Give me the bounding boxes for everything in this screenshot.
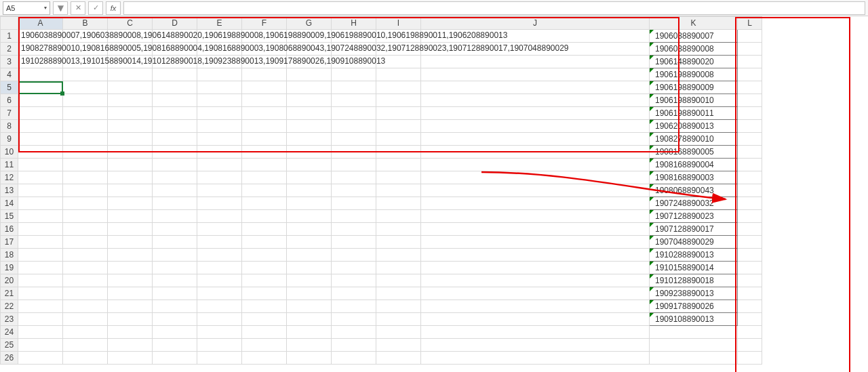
row-header-17[interactable]: 17	[1, 236, 18, 249]
cell-B11[interactable]	[63, 159, 108, 171]
cell-H7[interactable]	[332, 107, 376, 120]
cell-K11[interactable]: 1908168890004	[650, 159, 738, 171]
cell-H15[interactable]	[332, 210, 376, 223]
cell-A11[interactable]	[18, 159, 63, 171]
cell-K7[interactable]: 1906198890011	[650, 107, 738, 120]
cell-H8[interactable]	[332, 120, 376, 133]
row-header-21[interactable]: 21	[1, 287, 18, 300]
cell-A17[interactable]	[18, 236, 63, 249]
cell-I4[interactable]	[376, 68, 421, 81]
cell-J19[interactable]	[421, 262, 650, 274]
cell-C15[interactable]	[108, 210, 153, 223]
select-all-corner[interactable]	[1, 17, 18, 30]
cell-L26[interactable]	[738, 352, 762, 365]
cell-C14[interactable]	[108, 197, 153, 210]
cell-H26[interactable]	[332, 352, 376, 365]
cell-G24[interactable]	[287, 326, 332, 339]
row-header-16[interactable]: 16	[1, 223, 18, 236]
cell-E26[interactable]	[197, 352, 242, 365]
cell-J26[interactable]	[421, 352, 650, 365]
cell-G14[interactable]	[287, 197, 332, 210]
cell-F6[interactable]	[242, 94, 287, 107]
cell-J15[interactable]	[421, 210, 650, 223]
cell-H17[interactable]	[332, 236, 376, 249]
cell-B6[interactable]	[63, 94, 108, 107]
cell-I12[interactable]	[376, 171, 421, 184]
cell-C25[interactable]	[108, 339, 153, 352]
cell-L11[interactable]	[738, 159, 762, 171]
cell-B9[interactable]	[63, 133, 108, 146]
row-header-25[interactable]: 25	[1, 339, 18, 352]
cell-J17[interactable]	[421, 236, 650, 249]
cell-C6[interactable]	[108, 94, 153, 107]
cell-H5[interactable]	[332, 81, 376, 94]
cell-K3[interactable]: 1906148890020	[650, 56, 738, 68]
cell-A1[interactable]: 1906038890007,1906038890008,190614889002…	[18, 30, 63, 43]
cell-D23[interactable]	[153, 313, 197, 326]
cell-K17[interactable]: 1907048890029	[650, 236, 738, 249]
cell-B20[interactable]	[63, 274, 108, 287]
column-header-A[interactable]: A	[18, 17, 63, 30]
cell-H11[interactable]	[332, 159, 376, 171]
cell-L25[interactable]	[738, 339, 762, 352]
cell-A26[interactable]	[18, 352, 63, 365]
row-header-11[interactable]: 11	[1, 159, 18, 171]
cell-B23[interactable]	[63, 313, 108, 326]
cell-C17[interactable]	[108, 236, 153, 249]
formula-input[interactable]	[123, 1, 865, 15]
cell-D15[interactable]	[153, 210, 197, 223]
cell-K24[interactable]	[650, 326, 738, 339]
cell-D9[interactable]	[153, 133, 197, 146]
cell-I26[interactable]	[376, 352, 421, 365]
cell-C22[interactable]	[108, 300, 153, 313]
cell-L12[interactable]	[738, 171, 762, 184]
cell-B14[interactable]	[63, 197, 108, 210]
cell-K9[interactable]: 1908278890010	[650, 133, 738, 146]
cell-K14[interactable]: 1907248890032	[650, 197, 738, 210]
row-header-12[interactable]: 12	[1, 171, 18, 184]
cell-J21[interactable]	[421, 287, 650, 300]
cell-F20[interactable]	[242, 274, 287, 287]
cell-L9[interactable]	[738, 133, 762, 146]
cell-C20[interactable]	[108, 274, 153, 287]
cell-H19[interactable]	[332, 262, 376, 274]
spreadsheet-grid[interactable]: ABCDEFGHIJKL 11906038890007,190603889000…	[0, 16, 762, 365]
cell-B12[interactable]	[63, 171, 108, 184]
cell-E15[interactable]	[197, 210, 242, 223]
cell-J13[interactable]	[421, 184, 650, 197]
cell-H18[interactable]	[332, 249, 376, 262]
cell-E12[interactable]	[197, 171, 242, 184]
cell-C7[interactable]	[108, 107, 153, 120]
cell-E13[interactable]	[197, 184, 242, 197]
column-header-F[interactable]: F	[242, 17, 287, 30]
cell-J5[interactable]	[421, 81, 650, 94]
cell-E8[interactable]	[197, 120, 242, 133]
cell-G9[interactable]	[287, 133, 332, 146]
cell-I14[interactable]	[376, 197, 421, 210]
cell-B4[interactable]	[63, 68, 108, 81]
cell-J25[interactable]	[421, 339, 650, 352]
row-header-4[interactable]: 4	[1, 68, 18, 81]
cell-C16[interactable]	[108, 223, 153, 236]
name-box-expand-button[interactable]: ⯆	[53, 1, 68, 15]
column-header-G[interactable]: G	[287, 17, 332, 30]
cell-I17[interactable]	[376, 236, 421, 249]
cell-A25[interactable]	[18, 339, 63, 352]
cell-J11[interactable]	[421, 159, 650, 171]
cell-B19[interactable]	[63, 262, 108, 274]
cell-H20[interactable]	[332, 274, 376, 287]
row-header-18[interactable]: 18	[1, 249, 18, 262]
cell-E6[interactable]	[197, 94, 242, 107]
cell-A15[interactable]	[18, 210, 63, 223]
cell-I18[interactable]	[376, 249, 421, 262]
cell-F8[interactable]	[242, 120, 287, 133]
cell-J14[interactable]	[421, 197, 650, 210]
cell-E23[interactable]	[197, 313, 242, 326]
cell-L6[interactable]	[738, 94, 762, 107]
cell-F22[interactable]	[242, 300, 287, 313]
cell-D7[interactable]	[153, 107, 197, 120]
cell-A8[interactable]	[18, 120, 63, 133]
cell-B16[interactable]	[63, 223, 108, 236]
cell-L5[interactable]	[738, 81, 762, 94]
cell-C19[interactable]	[108, 262, 153, 274]
